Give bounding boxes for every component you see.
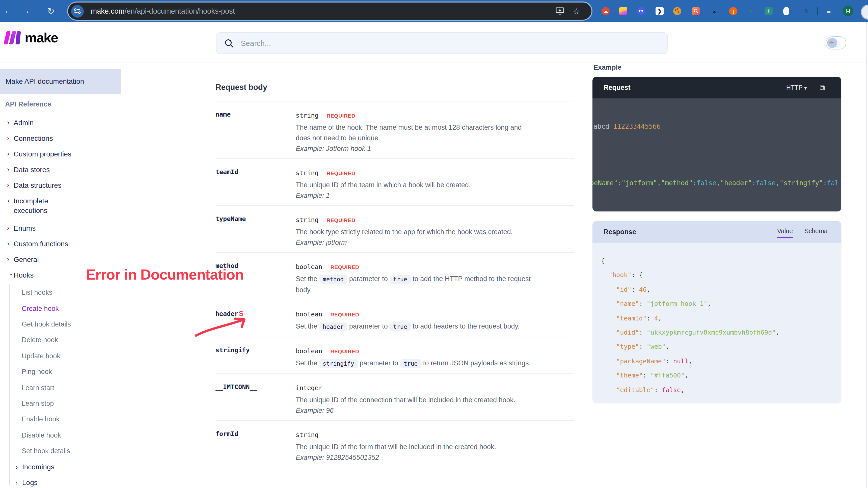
back-icon[interactable]: ← <box>1 0 15 22</box>
code-token: false <box>756 179 776 187</box>
copy-button[interactable]: ⧉ <box>819 83 825 92</box>
chevron-right-icon: › <box>7 150 13 159</box>
language-dropdown[interactable]: HTTP▾ <box>786 84 807 91</box>
address-bar[interactable]: make.com/en/api-documentation/hooks-post… <box>68 2 591 20</box>
chevron-right-icon: › <box>16 463 22 470</box>
tab-value[interactable]: Value <box>777 227 793 238</box>
extension-icon-ghost[interactable] <box>783 7 789 15</box>
extension-icon-cookie[interactable] <box>673 7 681 15</box>
sidebar-item-list-hooks[interactable]: List hooks <box>0 285 121 301</box>
sidebar-item-enable-hook[interactable]: Enable hook <box>0 411 121 427</box>
sidebar-item-create-hook[interactable]: Create hook <box>0 301 121 316</box>
url-text[interactable]: make.com/en/api-documentation/hooks-post <box>91 7 235 15</box>
code-token: , <box>657 179 661 187</box>
code-token: "method" <box>661 179 693 187</box>
code-token: : <box>639 329 647 336</box>
param-name: stringify <box>216 346 296 369</box>
param-name: teamId <box>216 168 296 201</box>
param-type: boolean <box>296 310 322 318</box>
json-line: { <box>601 254 841 268</box>
sidebar-item-connections[interactable]: ›Connections <box>0 131 121 146</box>
sidebar-item-incomings[interactable]: ›Incomings <box>0 459 121 475</box>
sidebar-item-custom-properties[interactable]: ›Custom properties <box>0 146 121 162</box>
sidebar-item-get-hook-details[interactable]: Get hook details <box>0 316 121 332</box>
code-line: peName":"jotform","method":false,"header… <box>592 179 839 187</box>
sidebar-item-label: General <box>13 255 39 265</box>
sidebar-item-delete-hook[interactable]: Delete hook <box>0 332 121 348</box>
sidebar-item-learn-stop[interactable]: Learn stop <box>0 395 121 411</box>
sidebar-item-label: Enable hook <box>0 416 60 423</box>
sidebar-item-enums[interactable]: ›Enums <box>0 220 121 236</box>
code-token: "ukkxypkmrcgufv8xmc9xumbvh8bfh69d" <box>647 329 776 336</box>
theme-toggle[interactable]: ☀ <box>826 36 846 50</box>
sidebar-doc-title[interactable]: Make API documentation <box>0 69 121 94</box>
code-line: abcd-112233445566 <box>593 123 660 130</box>
inline-code-chip: header <box>319 322 347 331</box>
code-token: fal <box>827 179 839 187</box>
extension-icon-flask[interactable]: ⚗ <box>802 7 810 15</box>
sidebar-item-custom-functions[interactable]: ›Custom functions <box>0 236 121 252</box>
extension-icon-terminal-glyph: ❯ <box>657 8 662 14</box>
sidebar-item-general[interactable]: ›General <box>0 252 121 268</box>
chevron-right-icon: › <box>7 134 13 143</box>
reload-icon[interactable]: ↻ <box>44 0 58 22</box>
extension-icon-cube[interactable] <box>619 7 627 15</box>
sidebar-item-label: Incomings <box>22 463 55 471</box>
sidebar-item-incomplete[interactable]: ›Incomplete executions <box>0 193 121 220</box>
response-title: Response <box>603 228 636 236</box>
sidebar-item-label: Learn start <box>0 384 54 391</box>
code-token: "type" <box>616 343 639 350</box>
sidebar-item-set-hook-details[interactable]: Set hook details <box>0 443 121 459</box>
code-token: "jotform" <box>621 179 657 187</box>
sidebar-item-disable-hook[interactable]: Disable hook <box>0 427 121 443</box>
bookmark-star-icon[interactable]: ☆ <box>573 2 580 20</box>
sidebar-item-label: Hooks <box>13 271 34 280</box>
extension-icon-tree[interactable]: ♠ <box>747 7 755 15</box>
sidebar-item-label: Data stores <box>13 165 50 175</box>
browser-profile-avatar[interactable]: H <box>843 5 854 16</box>
request-code-block[interactable]: abcd-112233445566 peName":"jotform","met… <box>592 98 841 211</box>
logo-slash-icon <box>16 31 21 44</box>
sidebar-item-admin[interactable]: ›Admin <box>0 115 121 131</box>
page-title: Request body <box>216 83 574 92</box>
param-details: stringREQUIREDThe hook type strictly rel… <box>296 215 574 248</box>
sidebar-item-data-structures[interactable]: ›Data structures <box>0 178 121 193</box>
sidebar-item-logs[interactable]: ›Logs <box>0 475 121 488</box>
param-details: stringREQUIREDThe unique ID of the team … <box>296 168 574 201</box>
extension-icon-grid[interactable]: ✳ <box>765 7 773 15</box>
param-name: formId <box>216 430 296 463</box>
extension-icon-chevrons[interactable]: » <box>711 7 719 15</box>
json-line: "teamId": 4, <box>601 311 841 326</box>
sidebar-item-ping-hook[interactable]: Ping hook <box>0 364 121 380</box>
sidebar-item-data-stores[interactable]: ›Data stores <box>0 162 121 178</box>
code-token: , <box>647 286 651 293</box>
playlist-icon[interactable]: ≡ <box>827 0 831 22</box>
tab-schema[interactable]: Schema <box>804 227 828 237</box>
code-token: "teamId" <box>616 314 647 322</box>
extension-icon-mic[interactable]: ¡ <box>729 7 737 15</box>
extension-icon-terminal[interactable]: ❯ <box>655 7 663 15</box>
param-row-method: methodbooleanREQUIREDSet the method para… <box>216 252 574 300</box>
sidebar-item-learn-start[interactable]: Learn start <box>0 380 121 396</box>
param-description: Set the method parameter to true to add … <box>296 274 574 285</box>
code-token: : <box>618 179 622 187</box>
extension-icon-alien[interactable] <box>637 7 645 15</box>
extension-icon-cloud[interactable]: ☁ <box>601 7 610 15</box>
code-token: , <box>688 357 692 365</box>
extension-icon-lens[interactable]: ⚲ <box>692 7 700 15</box>
sidebar-item-update-hook[interactable]: Update hook <box>0 348 121 364</box>
site-settings-icon[interactable] <box>71 5 84 18</box>
sidebar-hooks-children: List hooksCreate hookGet hook detailsDel… <box>0 285 121 488</box>
window-avatar-partial <box>861 4 868 20</box>
make-logo[interactable]: make <box>5 29 58 47</box>
chevron-right-icon: › <box>7 181 13 190</box>
param-type: boolean <box>296 263 322 271</box>
inline-code-chip: stringify <box>319 359 358 368</box>
code-token: "udid" <box>616 329 639 336</box>
forward-icon[interactable]: → <box>19 0 33 22</box>
search-box[interactable] <box>216 32 668 54</box>
search-input[interactable] <box>240 38 646 48</box>
response-code-block[interactable]: { "hook": { "id": 46, "name": "jotform h… <box>592 243 841 403</box>
required-badge: REQUIRED <box>327 113 355 119</box>
install-page-icon[interactable] <box>556 2 564 20</box>
